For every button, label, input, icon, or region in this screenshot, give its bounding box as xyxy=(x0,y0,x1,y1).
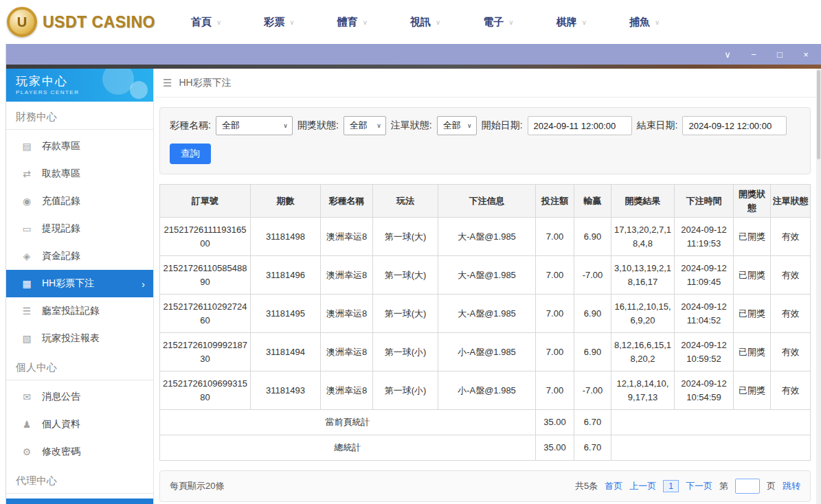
nav-label: 彩票 xyxy=(264,16,284,29)
col-result: 開獎結果 xyxy=(611,185,675,218)
draw-status-select-label: 開獎狀態: xyxy=(297,119,339,132)
current-page[interactable]: 1 xyxy=(663,480,679,492)
sidebar-item-profile[interactable]: ♟ 個人資料 xyxy=(6,411,153,438)
sidebar: 玩家中心 PLAYERS CENTER 財務中心 ▤ 存款專區 ⇄ 取款專區 ◉… xyxy=(6,69,154,504)
funds-icon: ◈ xyxy=(21,251,32,262)
cell-time: 2024-09-12 11:19:53 xyxy=(675,218,734,256)
nav-label: 視訊 xyxy=(410,16,431,29)
cell-win-loss: 6.90 xyxy=(574,295,611,333)
nav-label: 棋牌 xyxy=(556,16,577,29)
page-jump-input[interactable] xyxy=(735,479,760,494)
sidebar-item-player-report[interactable]: ▧ 玩家投注報表 xyxy=(6,325,153,352)
summary-win-loss: 6.70 xyxy=(574,410,611,435)
window-titlebar: ∨ − □ × xyxy=(6,44,821,65)
col-lottery: 彩種名稱 xyxy=(321,185,373,218)
jump-button[interactable]: 跳转 xyxy=(783,480,800,492)
window-minimize-button[interactable]: − xyxy=(748,50,759,59)
end-date-input[interactable]: 2024-09-12 12:00:00 xyxy=(682,116,787,135)
cell-period: 31181495 xyxy=(251,295,321,333)
cell-amount: 7.00 xyxy=(536,218,574,256)
scrollbar-thumb[interactable] xyxy=(817,70,820,159)
chevron-down-icon: ∨ xyxy=(436,19,440,26)
sidebar-item-withdraw-record[interactable]: ▭ 提現記錄 xyxy=(6,215,153,242)
cell-period: 31181496 xyxy=(251,256,321,295)
sidebar-item-label: 提現記錄 xyxy=(42,222,80,235)
nav-item-lottery[interactable]: 彩票 ∨ xyxy=(264,16,294,29)
summary-amount: 35.00 xyxy=(536,410,574,435)
window-close-button[interactable]: × xyxy=(800,50,811,59)
table-row: 2152172610999218730 31181494 澳洲幸运8 第一球(小… xyxy=(160,333,811,371)
sidebar-item-label: 廳室投註記錄 xyxy=(42,305,100,317)
order-status-select-label: 注單狀態: xyxy=(391,119,432,132)
start-date-input[interactable]: 2024-09-11 12:00:00 xyxy=(528,116,632,135)
search-button[interactable]: 查詢 xyxy=(170,144,211,164)
sidebar-item-label: 充值記錄 xyxy=(42,195,80,207)
sidebar-item-funds-record[interactable]: ◈ 資金記錄 xyxy=(6,242,153,270)
filter-panel: 彩種名稱: 全部 ∨ 開獎狀態: 全部 ∨ 注單狀態: 全部 xyxy=(159,107,811,174)
nav-item-fishing[interactable]: 捕魚 ∨ xyxy=(629,16,660,29)
nav-item-home[interactable]: 首頁 ∨ xyxy=(191,16,221,29)
cell-result: 17,13,20,2,7,18,4,8 xyxy=(611,218,675,256)
cell-play: 第一球(大) xyxy=(373,295,438,333)
cell-time: 2024-09-12 11:04:52 xyxy=(675,295,734,333)
table-row: 2152172611029272460 31181495 澳洲幸运8 第一球(大… xyxy=(160,295,811,333)
sidebar-item-hall-bet-record[interactable]: ☰ 廳室投註記錄 xyxy=(6,297,153,325)
cell-lottery: 澳洲幸运8 xyxy=(321,218,373,256)
hamburger-menu-icon[interactable]: ☰ xyxy=(163,77,172,89)
cell-amount: 7.00 xyxy=(536,256,574,295)
sidebar-item-announcements[interactable]: ✉ 消息公告 xyxy=(6,383,153,411)
cell-bet-info: 大-A盤@1.985 xyxy=(438,218,536,256)
sidebar-item-withdraw[interactable]: ⇄ 取款專區 xyxy=(6,160,153,187)
first-page-link[interactable]: 首页 xyxy=(605,480,622,492)
sidebar-item-deposit[interactable]: ▤ 存款專區 xyxy=(6,133,153,160)
total-summary-row: 總統計 35.00 6.70 xyxy=(160,435,811,461)
nav-item-sports[interactable]: 體育 ∨ xyxy=(337,16,368,29)
cell-time: 2024-09-12 11:09:45 xyxy=(675,256,734,295)
cell-bet-info: 小-A盤@1.985 xyxy=(438,371,536,410)
col-win-loss: 輸贏 xyxy=(574,185,611,218)
sidebar-item-recharge-record[interactable]: ◉ 充值記錄 xyxy=(6,187,153,215)
section-agent: 代理中心 xyxy=(6,466,153,494)
cell-time: 2024-09-12 10:54:59 xyxy=(675,371,734,410)
sidebar-item-hh-lottery-bets[interactable]: ▦ HH彩票下注 › xyxy=(6,270,153,297)
window-maximize-button[interactable]: □ xyxy=(774,50,785,59)
cell-play: 第一球(大) xyxy=(373,256,438,295)
person-icon: ♟ xyxy=(21,419,32,430)
app-window: ∨ − □ × 玩家中心 PLAYERS CENTER 財務中心 ▤ 存款專區 … xyxy=(5,44,821,504)
site-logo[interactable]: U USDT CASINO xyxy=(7,7,165,37)
lottery-select[interactable]: 全部 ∨ xyxy=(216,116,293,135)
cell-draw-status: 已開獎 xyxy=(734,295,771,333)
page-size-text: 每頁顯示20條 xyxy=(170,480,224,492)
col-amount: 投注額 xyxy=(536,185,574,218)
cell-result: 3,10,13,19,2,18,16,17 xyxy=(611,256,675,295)
cell-order-status: 有效 xyxy=(771,371,811,410)
col-period: 期數 xyxy=(251,185,321,218)
breadcrumb: ☰ HH彩票下注 xyxy=(154,69,816,98)
vertical-scrollbar[interactable] xyxy=(816,69,821,504)
nav-item-cards[interactable]: 棋牌 ∨ xyxy=(556,16,587,29)
next-page-link[interactable]: 下一页 xyxy=(686,480,712,492)
draw-status-select[interactable]: 全部 ∨ xyxy=(344,116,386,135)
nav-label: 電子 xyxy=(483,16,504,29)
site-nav: 首頁 ∨ 彩票 ∨ 體育 ∨ 視訊 ∨ 電子 ∨ 棋牌 ∨ 捕魚 ∨ xyxy=(191,16,660,29)
window-chevron-icon[interactable]: ∨ xyxy=(722,50,733,59)
logo-text: USDT CASINO xyxy=(43,13,155,32)
withdraw-icon: ⇄ xyxy=(21,168,32,179)
hall-record-icon: ☰ xyxy=(21,306,32,317)
withdraw-record-icon: ▭ xyxy=(21,223,32,234)
cell-play: 第一球(小) xyxy=(373,371,438,410)
recharge-icon: ◉ xyxy=(21,196,32,207)
chevron-down-icon: ∨ xyxy=(655,19,660,26)
cell-period: 31181493 xyxy=(251,371,321,410)
cell-bet-info: 大-A盤@1.985 xyxy=(438,295,536,333)
nav-item-video[interactable]: 視訊 ∨ xyxy=(410,16,440,29)
col-bet-info: 下注信息 xyxy=(438,185,536,218)
sidebar-item-change-password[interactable]: ⚙ 修改密碼 xyxy=(6,438,153,466)
order-status-select[interactable]: 全部 ∨ xyxy=(437,116,477,135)
sidebar-bottom-strip xyxy=(6,499,153,504)
nav-item-slots[interactable]: 電子 ∨ xyxy=(483,16,513,29)
page-title: HH彩票下注 xyxy=(179,77,231,89)
cell-play: 第一球(小) xyxy=(373,333,438,371)
prev-page-link[interactable]: 上一页 xyxy=(629,480,656,492)
cell-order-id: 2152172611058548890 xyxy=(160,256,251,295)
